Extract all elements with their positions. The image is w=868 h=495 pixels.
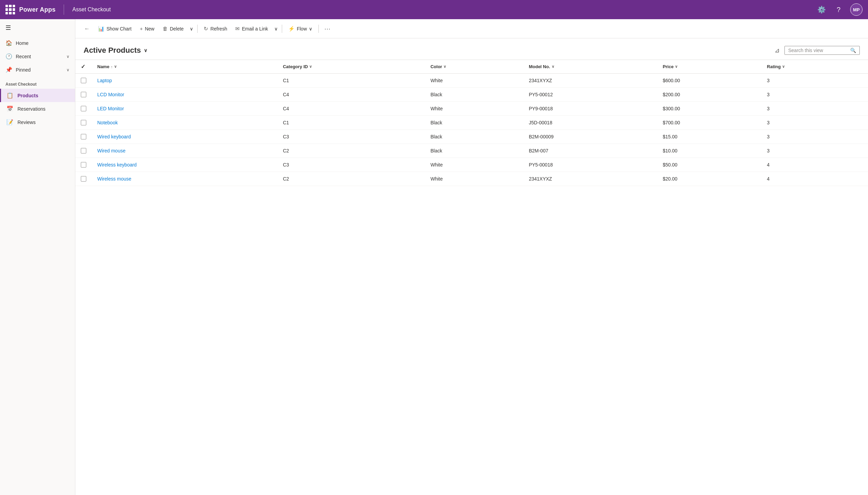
row-select-1[interactable] xyxy=(81,92,86,97)
avatar[interactable]: MP xyxy=(850,3,863,16)
sidebar-item-products[interactable]: 📋 Products xyxy=(0,89,75,102)
row-checkbox-4 xyxy=(75,130,92,144)
row-select-4[interactable] xyxy=(81,134,86,139)
select-all-column[interactable]: ✓ xyxy=(75,60,92,74)
row-color-1: Black xyxy=(425,88,523,102)
row-rating-6: 4 xyxy=(762,158,868,172)
content-area: ← 📊 Show Chart + New 🗑 Delete ∨ ↻ Refres… xyxy=(75,19,868,495)
help-icon[interactable]: ? xyxy=(833,4,844,15)
row-checkbox-2 xyxy=(75,102,92,116)
waffle-icon[interactable] xyxy=(5,5,15,14)
header-divider xyxy=(64,4,64,15)
row-color-4: Black xyxy=(425,130,523,144)
row-model-2: PY9-00018 xyxy=(523,102,657,116)
row-name-1: LCD Monitor xyxy=(92,88,277,102)
email-link-button[interactable]: ✉ Email a Link xyxy=(232,24,271,34)
flow-button[interactable]: ⚡ Flow ∨ xyxy=(285,24,316,34)
row-color-7: White xyxy=(425,172,523,186)
delete-dropdown-button[interactable]: ∨ xyxy=(188,24,194,34)
name-sort-asc-icon: ↑ xyxy=(111,65,113,69)
top-header: Power Apps Asset Checkout ⚙️ ? MP xyxy=(0,0,868,19)
row-checkbox-3 xyxy=(75,116,92,130)
rating-sort-icon: ∨ xyxy=(782,64,785,69)
product-link-5[interactable]: Wired mouse xyxy=(97,148,125,153)
new-button[interactable]: + New xyxy=(136,24,158,34)
row-model-4: B2M-00009 xyxy=(523,130,657,144)
row-name-2: LED Monitor xyxy=(92,102,277,116)
product-link-6[interactable]: Wireless keyboard xyxy=(97,162,137,168)
pinned-icon: 📌 xyxy=(5,66,12,73)
product-link-7[interactable]: Wireless mouse xyxy=(97,176,131,182)
refresh-button[interactable]: ↻ Refresh xyxy=(200,24,230,34)
row-select-3[interactable] xyxy=(81,120,86,125)
row-select-0[interactable] xyxy=(81,78,86,83)
flow-chevron-icon: ∨ xyxy=(309,26,312,32)
row-checkbox-0 xyxy=(75,74,92,88)
reservations-icon: 📅 xyxy=(7,106,13,112)
products-icon: 📋 xyxy=(7,92,13,99)
row-category-6: C3 xyxy=(277,158,425,172)
row-model-3: J5D-00018 xyxy=(523,116,657,130)
product-link-3[interactable]: Notebook xyxy=(97,120,118,125)
sidebar-item-reviews[interactable]: 📝 Reviews xyxy=(0,115,75,129)
row-rating-3: 3 xyxy=(762,116,868,130)
sidebar-item-recent[interactable]: 🕐 Recent ∨ xyxy=(0,50,75,63)
recent-label: Recent xyxy=(16,54,63,59)
more-options-button[interactable]: ⋯ xyxy=(322,23,333,35)
sidebar-item-reservations[interactable]: 📅 Reservations xyxy=(0,102,75,115)
row-rating-5: 3 xyxy=(762,144,868,158)
price-column-header[interactable]: Price ∨ xyxy=(657,60,761,74)
product-link-4[interactable]: Wired keyboard xyxy=(97,134,131,139)
color-sort-icon: ∨ xyxy=(443,64,446,69)
row-color-6: White xyxy=(425,158,523,172)
row-select-5[interactable] xyxy=(81,148,86,153)
row-model-6: PY5-00018 xyxy=(523,158,657,172)
reviews-icon: 📝 xyxy=(7,119,13,125)
rating-column-header[interactable]: Rating ∨ xyxy=(762,60,868,74)
row-category-0: C1 xyxy=(277,74,425,88)
category-id-column-header[interactable]: Category ID ∨ xyxy=(277,60,425,74)
table-row: LED Monitor C4 White PY9-00018 $300.00 3 xyxy=(75,102,868,116)
table-row: Laptop C1 White 2341XYXZ $600.00 3 xyxy=(75,74,868,88)
row-checkbox-5 xyxy=(75,144,92,158)
row-category-4: C3 xyxy=(277,130,425,144)
color-column-header[interactable]: Color ∨ xyxy=(425,60,523,74)
row-color-2: White xyxy=(425,102,523,116)
delete-chevron-icon: ∨ xyxy=(190,26,193,32)
row-price-3: $700.00 xyxy=(657,116,761,130)
filter-button[interactable]: ⊿ xyxy=(773,45,781,55)
row-model-5: B2M-007 xyxy=(523,144,657,158)
row-color-5: Black xyxy=(425,144,523,158)
product-link-2[interactable]: LED Monitor xyxy=(97,106,124,111)
name-column-header[interactable]: Name ↑ ∨ xyxy=(92,60,277,74)
search-input[interactable] xyxy=(788,48,847,53)
settings-icon[interactable]: ⚙️ xyxy=(816,4,827,15)
reservations-label: Reservations xyxy=(17,106,46,112)
row-category-7: C2 xyxy=(277,172,425,186)
product-link-0[interactable]: Laptop xyxy=(97,78,112,83)
sidebar-item-pinned[interactable]: 📌 Pinned ∨ xyxy=(0,63,75,76)
row-price-2: $300.00 xyxy=(657,102,761,116)
row-rating-7: 4 xyxy=(762,172,868,186)
row-name-3: Notebook xyxy=(92,116,277,130)
sidebar-section-title: Asset Checkout xyxy=(0,76,75,89)
products-label: Products xyxy=(17,93,38,98)
model-no-column-header[interactable]: Model No. ∨ xyxy=(523,60,657,74)
view-title-chevron-icon: ∨ xyxy=(144,48,147,53)
sidebar-item-home[interactable]: 🏠 Home xyxy=(0,36,75,50)
row-select-2[interactable] xyxy=(81,106,86,111)
row-select-7[interactable] xyxy=(81,176,86,182)
delete-button[interactable]: 🗑 Delete xyxy=(159,24,187,34)
table-row: Notebook C1 Black J5D-00018 $700.00 3 xyxy=(75,116,868,130)
hamburger-icon[interactable]: ☰ xyxy=(0,19,75,36)
app-name: Power Apps xyxy=(19,6,55,13)
email-link-dropdown-button[interactable]: ∨ xyxy=(273,24,279,34)
view-title[interactable]: Active Products ∨ xyxy=(84,46,147,55)
row-select-6[interactable] xyxy=(81,162,86,168)
product-link-1[interactable]: LCD Monitor xyxy=(97,92,124,97)
back-button[interactable]: ← xyxy=(81,24,93,34)
show-chart-button[interactable]: 📊 Show Chart xyxy=(95,24,135,34)
products-table: ✓ Name ↑ ∨ Category ID xyxy=(75,60,868,186)
chart-icon: 📊 xyxy=(98,26,104,32)
table-header-row: ✓ Name ↑ ∨ Category ID xyxy=(75,60,868,74)
